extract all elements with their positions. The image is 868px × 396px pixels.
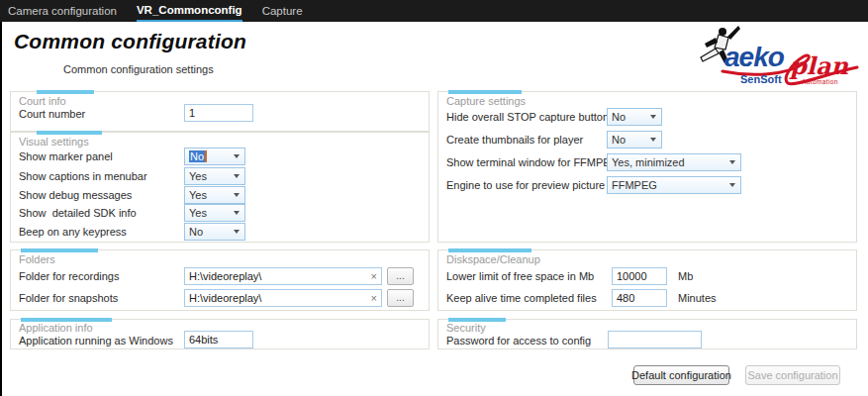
browse-snapshots-button[interactable]: ... <box>387 289 414 307</box>
folder-snapshots-label: Folder for snapshots <box>19 292 118 304</box>
capture-settings-group: Capture settings Hide overall STOP captu… <box>437 91 857 243</box>
chevron-down-icon <box>230 188 243 202</box>
diskspace-cleanup-group: Diskspace/Cleanup Lower limit of free sp… <box>437 249 857 311</box>
court-number-field[interactable]: 1 <box>184 104 253 122</box>
chevron-down-icon <box>230 149 243 163</box>
chevron-down-icon <box>230 225 243 239</box>
dropdown-value: No <box>612 111 626 123</box>
visual-settings-group: Visual settings Show marker panel No Sho… <box>10 132 430 243</box>
chevron-down-icon <box>725 155 739 169</box>
show-debug-label: Show debug messages <box>19 189 132 201</box>
dropdown-value: Yes <box>189 189 207 201</box>
free-space-unit-label: Mb <box>678 270 693 282</box>
dropdown-value: FFMPEG <box>612 179 657 191</box>
chevron-down-icon <box>230 169 243 183</box>
dropdown-selected-value: No <box>189 150 205 162</box>
password-field[interactable] <box>608 331 702 348</box>
tab-vr-commonconfig[interactable]: VR_Commonconfig <box>137 0 242 22</box>
beep-keypress-label: Beep on any keypress <box>19 226 127 238</box>
logo-brand-text: aeko <box>724 42 784 73</box>
free-space-limit-label: Lower limit of free space in Mb <box>446 270 594 282</box>
show-sdk-info-label: Show detailed SDK info <box>19 207 137 219</box>
show-captions-label: Show captions in menubar <box>19 170 147 182</box>
create-thumbnails-dropdown[interactable]: No <box>607 131 662 148</box>
folders-group: Folders Folder for recordings H:\videore… <box>10 249 430 311</box>
logo: aeko plan SenSoft Automation <box>693 24 861 89</box>
chevron-down-icon <box>646 110 660 124</box>
show-captions-dropdown[interactable]: Yes <box>184 167 245 185</box>
browse-recordings-button[interactable]: ... <box>387 267 414 285</box>
save-configuration-button: Save configuration <box>745 365 840 385</box>
group-accent-bar <box>37 131 102 135</box>
create-thumbnails-label: Create thumbnails for player <box>446 134 583 146</box>
group-accent-bar <box>448 248 531 252</box>
tab-capture[interactable]: Capture <box>262 0 303 22</box>
beep-keypress-dropdown[interactable]: No <box>184 223 245 241</box>
app-running-as-field[interactable]: 64bits <box>184 331 253 348</box>
group-accent-bar <box>21 248 98 252</box>
group-title: Visual settings <box>19 136 89 148</box>
court-number-label: Court number <box>19 108 85 120</box>
field-value: H:\videoreplay\ <box>189 270 261 282</box>
preview-engine-label: Engine to use for preview picture <box>446 179 605 191</box>
logo-brand2-text: plan <box>790 51 848 80</box>
show-marker-panel-label: Show marker panel <box>19 150 113 162</box>
group-title: Diskspace/Cleanup <box>446 253 540 265</box>
show-marker-panel-dropdown[interactable]: No <box>184 148 245 165</box>
keep-alive-label: Keep alive time completed files <box>446 292 597 304</box>
logo-subbrand-text: SenSoft <box>740 73 782 85</box>
clear-icon[interactable]: × <box>371 270 377 282</box>
folder-recordings-label: Folder for recordings <box>19 270 120 282</box>
text-caret <box>205 150 207 162</box>
chevron-down-icon <box>646 133 660 147</box>
terminal-window-label: Show terminal window for FFMPEG <box>446 156 619 168</box>
page-subtitle: Common configuration settings <box>63 63 214 75</box>
group-accent-bar <box>37 90 94 94</box>
security-group: Security Password for access to config <box>437 319 857 349</box>
folder-recordings-field[interactable]: H:\videoreplay\ × <box>184 267 382 285</box>
court-info-group: Court info Court number 1 <box>10 91 430 132</box>
group-title: Capture settings <box>446 95 526 107</box>
keep-alive-field[interactable]: 480 <box>612 289 667 307</box>
window-left-border <box>0 22 2 396</box>
chevron-down-icon <box>230 206 243 220</box>
show-debug-dropdown[interactable]: Yes <box>184 186 245 204</box>
terminal-window-dropdown[interactable]: Yes, minimized <box>607 153 741 171</box>
keep-alive-unit-label: Minutes <box>678 292 717 304</box>
dropdown-value: Yes, minimized <box>612 156 685 168</box>
free-space-limit-field[interactable]: 10000 <box>612 267 667 285</box>
hide-stop-button-label: Hide overall STOP capture button <box>446 111 609 123</box>
dropdown-value: No <box>612 134 626 146</box>
logo-subbrand2-text: Automation <box>802 78 838 85</box>
dropdown-value: Yes <box>189 170 207 182</box>
dropdown-value: No <box>189 226 203 238</box>
clear-icon[interactable]: × <box>371 292 377 304</box>
application-info-group: Application info Application running as … <box>10 319 430 349</box>
default-configuration-button[interactable]: Default configuration <box>633 365 729 385</box>
chevron-down-icon <box>725 178 739 192</box>
group-title: Folders <box>19 253 55 265</box>
hide-stop-button-dropdown[interactable]: No <box>607 108 662 126</box>
field-value: H:\videoreplay\ <box>189 292 261 304</box>
show-sdk-info-dropdown[interactable]: Yes <box>184 204 245 222</box>
folder-snapshots-field[interactable]: H:\videoreplay\ × <box>184 289 382 307</box>
password-label: Password for access to config <box>446 335 591 346</box>
dropdown-value: Yes <box>189 207 207 219</box>
page-title: Common configuration <box>14 30 246 53</box>
group-accent-bar <box>448 90 522 94</box>
tab-camera-configuration[interactable]: Camera configuration <box>8 0 117 22</box>
app-running-as-label: Application running as Windows <box>19 335 173 346</box>
preview-engine-dropdown[interactable]: FFMPEG <box>607 176 741 194</box>
top-tab-bar: Camera configuration VR_Commonconfig Cap… <box>0 0 868 22</box>
